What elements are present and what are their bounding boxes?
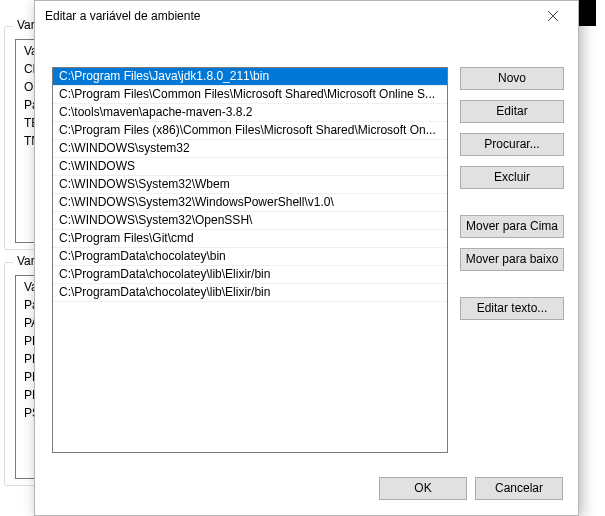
path-entry[interactable]: C:\WINDOWS [53,158,447,176]
path-entry[interactable]: C:\ProgramData\chocolatey\lib\Elixir/bin [53,266,447,284]
path-entry[interactable]: C:\WINDOWS\System32\OpenSSH\ [53,212,447,230]
new-button[interactable]: Novo [460,67,564,90]
side-buttons: Novo Editar Procurar... Excluir Mover pa… [460,67,564,320]
cancel-button[interactable]: Cancelar [475,477,563,500]
browse-button[interactable]: Procurar... [460,133,564,156]
edit-button[interactable]: Editar [460,100,564,123]
move-down-button[interactable]: Mover para baixo [460,248,564,271]
titlebar: Editar a variável de ambiente [35,1,578,31]
delete-button[interactable]: Excluir [460,166,564,189]
path-entry[interactable]: C:\Program Files (x86)\Common Files\Micr… [53,122,447,140]
move-up-button[interactable]: Mover para Cima [460,215,564,238]
window-black-strip [578,0,596,26]
path-entry[interactable]: C:\WINDOWS\system32 [53,140,447,158]
path-entry[interactable]: C:\ProgramData\chocolatey\lib\Elixir/bin [53,284,447,302]
path-entry[interactable]: C:\Program Files\Java\jdk1.8.0_211\bin [53,68,447,86]
dialog-action-buttons: OK Cancelar [379,477,563,500]
path-entry[interactable]: C:\Program Files\Git\cmd [53,230,447,248]
close-button[interactable] [534,3,572,29]
dialog-title: Editar a variável de ambiente [45,9,534,23]
path-entry[interactable]: C:\tools\maven\apache-maven-3.8.2 [53,104,447,122]
close-icon [548,11,558,21]
edit-env-var-dialog: Editar a variável de ambiente C:\Program… [34,0,579,516]
path-entry[interactable]: C:\ProgramData\chocolatey\bin [53,248,447,266]
path-entry[interactable]: C:\WINDOWS\System32\WindowsPowerShell\v1… [53,194,447,212]
path-entries-listbox[interactable]: C:\Program Files\Java\jdk1.8.0_211\binC:… [52,67,448,453]
path-entry[interactable]: C:\Program Files\Common Files\Microsoft … [53,86,447,104]
path-entry[interactable]: C:\WINDOWS\System32\Wbem [53,176,447,194]
edit-text-button[interactable]: Editar texto... [460,297,564,320]
ok-button[interactable]: OK [379,477,467,500]
